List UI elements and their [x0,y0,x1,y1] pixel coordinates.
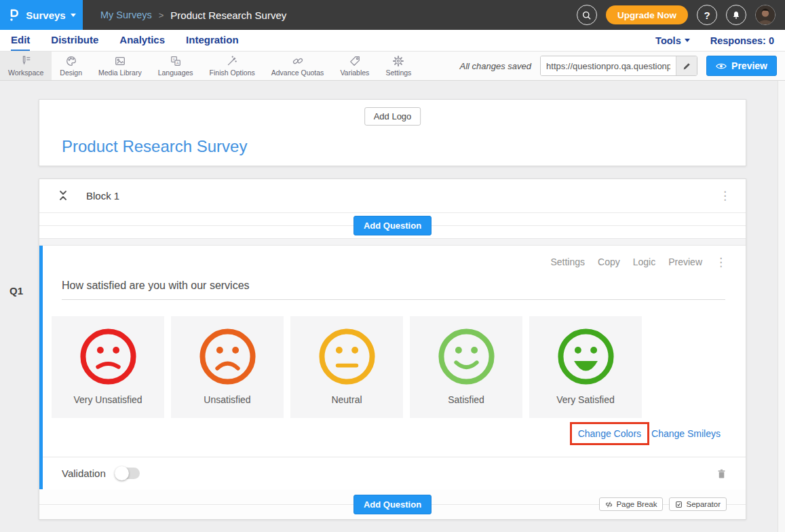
bell-icon [731,10,741,20]
separator-button[interactable]: Separator [669,497,727,511]
svg-text:A: A [176,61,178,65]
validation-row: Validation [43,457,746,489]
change-smileys-link[interactable]: Change Smileys [651,428,721,439]
breadcrumb: My Surveys > Product Research Survey [100,10,286,21]
toolbar-item-design[interactable]: Design [52,52,90,80]
smiley-option-label: Very Satisfied [556,394,615,405]
add-question-button-top[interactable]: Add Question [353,216,432,235]
upgrade-now-button[interactable]: Upgrade Now [606,5,688,24]
palette-icon [65,55,77,67]
add-logo-button[interactable]: Add Logo [364,107,421,126]
toolbar-item-settings[interactable]: Settings [377,52,419,80]
smiley-option-2[interactable]: Unsatisfied [171,316,284,418]
toolbar-label: Variables [340,69,369,77]
toolbar-label: Media Library [98,69,142,77]
question-underline [62,299,725,300]
section-tabs: Edit Distribute Analytics Integration To… [0,30,785,52]
checkbox-check-icon [675,501,683,508]
toolbar-item-media-library[interactable]: Media Library [90,52,150,80]
chevron-down-icon [71,14,76,17]
chevron-down-icon [685,39,690,42]
toolbar-item-finish-options[interactable]: Finish Options [202,52,263,80]
workspace-icon [20,55,32,67]
tools-label: Tools [655,35,681,46]
questionpro-logo-icon [7,7,21,22]
tab-analytics[interactable]: Analytics [119,30,165,51]
page-break-label: Page Break [616,500,657,508]
question-text[interactable]: How satisfied are you with our services [62,280,250,292]
translate-icon: x A [170,55,182,67]
add-question-button-bottom[interactable]: Add Question [353,495,432,514]
preview-label: Preview [731,60,767,71]
toolbar-label: Settings [385,69,411,77]
search-icon [581,10,592,20]
question-number: Q1 [9,285,23,297]
very-unsatisfied-smiley-icon [77,325,140,388]
survey-header-card: Add Logo Product Research Survey [39,99,746,166]
responses-count-link[interactable]: Responses: 0 [710,35,774,46]
user-avatar[interactable] [755,5,776,25]
smiley-option-1[interactable]: Very Unsatisfied [52,316,164,418]
validation-toggle[interactable] [115,468,140,479]
row-gap [39,239,746,246]
help-button[interactable]: ? [697,5,717,25]
smiley-option-5[interactable]: Very Satisfied [529,316,642,418]
toolbar-item-workspace[interactable]: Workspace [0,52,52,80]
tab-integration[interactable]: Integration [186,30,239,51]
toggle-knob [115,466,129,480]
tools-dropdown[interactable]: Tools [655,35,690,46]
tab-distribute[interactable]: Distribute [51,30,98,51]
smiley-option-label: Satisfied [448,394,484,405]
question-copy-link[interactable]: Copy [598,256,620,267]
delete-question-button[interactable] [716,468,727,479]
navbar-right-cluster: Upgrade Now ? [577,5,785,25]
chain-icon [292,55,304,67]
editor-toolbar: Workspace Design Media Library x A [0,52,785,81]
breadcrumb-my-surveys[interactable]: My Surveys [100,10,152,20]
toolbar-label: Advance Quotas [271,69,324,77]
edit-url-button[interactable] [676,56,697,75]
save-status-text: All changes saved [460,61,532,71]
block-footer: Add Question Page Break [39,489,746,519]
add-question-row-top: Add Question [39,213,746,239]
tabrow-right-cluster: Tools Responses: 0 [655,30,785,51]
top-navbar: Surveys My Surveys > Product Research Su… [0,0,785,30]
toolbar-item-variables[interactable]: Variables [332,52,377,80]
product-menu[interactable]: Surveys [0,0,83,30]
change-colors-link[interactable]: Change Colors [578,428,641,439]
survey-title[interactable]: Product Research Survey [62,137,247,156]
neutral-smiley-icon [315,325,379,388]
satisfied-smiley-icon [435,325,498,388]
toolbar-item-advance-quotas[interactable]: Advance Quotas [263,52,332,80]
editor-canvas: Q1 Add Logo Product Research Survey Bloc… [0,81,785,532]
preview-button[interactable]: Preview [706,56,777,76]
smiley-options-row: Very Unsatisfied Unsatisfied [52,316,642,418]
question-actions: Settings Copy Logic Preview ⋮ [550,256,727,268]
very-satisfied-smiley-icon [554,325,617,388]
page-break-button[interactable]: Page Break [599,497,663,511]
survey-url-input[interactable] [541,56,676,75]
smiley-option-label: Neutral [331,394,362,405]
svg-text:x: x [172,57,174,61]
tab-edit[interactable]: Edit [11,30,30,51]
block-menu-kebab-icon[interactable]: ⋮ [719,190,731,202]
question-menu-kebab-icon[interactable]: ⋮ [715,256,727,268]
search-button[interactable] [577,5,597,25]
block-header: Block 1 ⋮ [39,179,746,213]
question-mark-icon: ? [704,10,710,21]
scrollbar-track[interactable] [778,81,785,532]
separator-label: Separator [686,500,721,508]
gear-icon [392,55,404,67]
toolbar-item-languages[interactable]: x A Languages [150,52,202,80]
block-title[interactable]: Block 1 [86,190,119,202]
question-preview-link[interactable]: Preview [668,256,702,267]
question-logic-link[interactable]: Logic [633,256,655,267]
question-settings-link[interactable]: Settings [550,256,585,267]
survey-url-group [540,56,697,76]
notifications-button[interactable] [726,5,746,25]
toolbar-label: Languages [158,69,193,77]
wand-icon [226,55,238,67]
collapse-block-icon[interactable] [58,189,69,202]
smiley-option-4[interactable]: Satisfied [410,316,522,418]
smiley-option-3[interactable]: Neutral [290,316,403,418]
